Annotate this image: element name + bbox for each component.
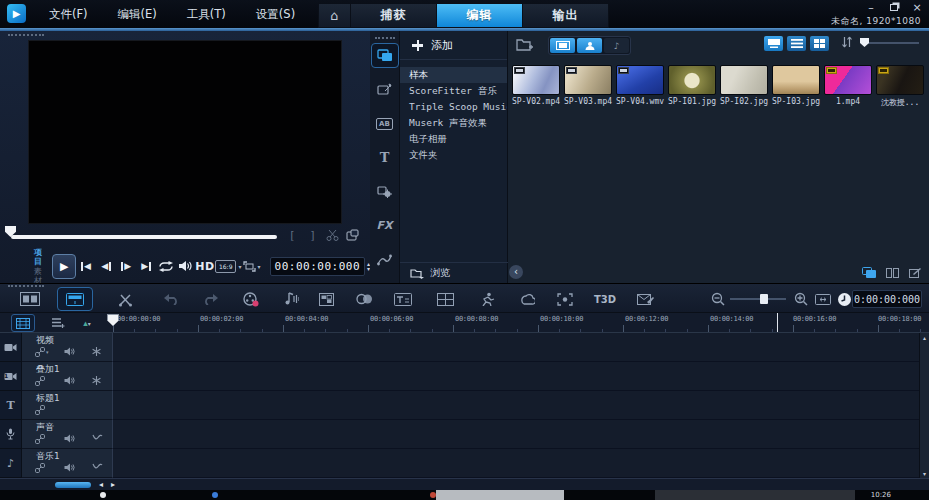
category-samples[interactable]: 样本: [400, 67, 507, 83]
time-ruler[interactable]: 00:00:00:00 00:00:02:00 00:00:04:00 00:0…: [113, 313, 929, 332]
toolbar-drag-handle[interactable]: [8, 285, 44, 287]
zoom-out-button[interactable]: [705, 288, 731, 310]
split-clip-icon[interactable]: [326, 228, 339, 242]
media-library-button[interactable]: [372, 44, 398, 67]
tab-edit[interactable]: 编辑: [437, 3, 523, 28]
waveform-toggle-icon[interactable]: [92, 463, 103, 470]
restore-button[interactable]: [887, 1, 901, 13]
title-track-lane[interactable]: [113, 391, 929, 420]
add-track-button[interactable]: [47, 315, 69, 331]
menu-file[interactable]: 文件(F): [34, 7, 103, 22]
sound-mixer-button[interactable]: [278, 288, 304, 310]
timeline-zoom-slider[interactable]: [730, 298, 786, 300]
split-screen-template-button[interactable]: [432, 288, 458, 310]
media-item[interactable]: SP-V04.wmv: [615, 65, 665, 108]
hscroll-thumb[interactable]: [55, 482, 91, 488]
ripple-link-icon[interactable]: [35, 434, 45, 444]
title-track-icon[interactable]: T: [0, 391, 22, 420]
enlarge-preview-icon[interactable]: [346, 228, 359, 242]
aspect-ratio-button[interactable]: 16:9 ▾: [215, 254, 242, 278]
transition-button[interactable]: AB: [372, 112, 398, 135]
record-capture-button[interactable]: [238, 288, 264, 310]
filter-photos-button[interactable]: [577, 38, 602, 53]
taskbar-window-thumb[interactable]: [655, 490, 855, 500]
voice-track-icon[interactable]: [0, 420, 22, 449]
chapter-marker-button[interactable]: ▴▾: [76, 315, 98, 331]
minimize-button[interactable]: –: [864, 1, 878, 13]
options-panel-icon[interactable]: [884, 266, 900, 279]
go-end-button[interactable]: ▶: [136, 254, 156, 278]
ripple-link-icon[interactable]: [35, 405, 45, 415]
vertical-scrollbar[interactable]: ▴ ▾: [919, 333, 929, 478]
next-frame-button[interactable]: ▶: [116, 254, 136, 278]
grid-view-button[interactable]: [810, 36, 829, 51]
category-folder[interactable]: 文件夹: [400, 147, 507, 163]
media-item[interactable]: 沈教授...: [875, 65, 925, 108]
hd-preview-button[interactable]: HD: [195, 254, 215, 278]
painting-creator-button[interactable]: [313, 288, 339, 310]
track-mute-icon[interactable]: [64, 434, 75, 443]
motion-path-button[interactable]: [372, 248, 398, 271]
browse-button[interactable]: 浏览: [400, 262, 508, 283]
add-category-button[interactable]: 添加: [400, 31, 507, 60]
track-mute-icon[interactable]: [64, 463, 75, 472]
home-tab[interactable]: ⌂: [318, 3, 351, 28]
ripple-link-icon[interactable]: [35, 463, 45, 473]
category-photo-album[interactable]: 电子相册: [400, 131, 507, 147]
title-button[interactable]: T: [372, 146, 398, 169]
category-scorefitter[interactable]: ScoreFitter 音乐: [400, 83, 507, 99]
undo-button[interactable]: [158, 288, 184, 310]
prev-frame-button[interactable]: ◀: [96, 254, 116, 278]
preview-timecode[interactable]: 00:00:00:000: [270, 257, 365, 276]
library-panel-toggle-icon[interactable]: [861, 266, 877, 279]
music-track-lane[interactable]: [113, 449, 929, 478]
motion-tracking-button[interactable]: [474, 288, 500, 310]
menu-edit[interactable]: 编辑(E): [103, 7, 172, 22]
waveform-toggle-icon[interactable]: [92, 434, 103, 441]
video-track-lane[interactable]: [113, 333, 929, 362]
go-start-button[interactable]: ◀: [76, 254, 96, 278]
overlay-track-icon[interactable]: 1: [0, 362, 22, 391]
taskbar-app-icon[interactable]: [212, 492, 218, 498]
storyboard-view-button[interactable]: [17, 288, 43, 310]
instant-project-button[interactable]: [372, 78, 398, 101]
zoom-slider-thumb[interactable]: [760, 294, 768, 304]
track-manager-button[interactable]: [12, 315, 34, 331]
media-item[interactable]: 1.mp4: [823, 65, 873, 108]
taskbar-window-thumb[interactable]: [436, 490, 564, 500]
thumbnail-view-button[interactable]: [764, 36, 783, 51]
mark-out-button[interactable]: ]: [306, 228, 319, 242]
sort-icon[interactable]: [841, 36, 853, 48]
collapse-panel-button[interactable]: ‹: [509, 265, 523, 279]
3d-title-button[interactable]: T3D: [592, 288, 618, 310]
color-grading-button[interactable]: [351, 288, 377, 310]
edit-pencil-icon[interactable]: [907, 266, 923, 279]
slider-thumb[interactable]: [860, 38, 869, 47]
thumbnail-size-slider[interactable]: [861, 42, 919, 44]
menu-settings[interactable]: 设置(S): [241, 7, 310, 22]
repeat-button[interactable]: [156, 254, 176, 278]
voice-track-lane[interactable]: [113, 420, 929, 449]
timeline-view-button[interactable]: [58, 288, 92, 310]
panel-drag-handle[interactable]: [8, 34, 44, 36]
scroll-down-icon[interactable]: ▾: [923, 470, 926, 477]
track-header[interactable]: 音乐1: [22, 449, 113, 478]
fastflick-button[interactable]: [632, 288, 658, 310]
subtitle-editor-button[interactable]: [390, 288, 416, 310]
music-track-icon[interactable]: ♪: [0, 449, 22, 478]
tab-share[interactable]: 输出: [523, 3, 609, 28]
list-view-button[interactable]: [787, 36, 806, 51]
media-item[interactable]: SP-V02.mp4: [511, 65, 561, 108]
media-item[interactable]: SP-I02.jpg: [719, 65, 769, 108]
mode-project[interactable]: 项目: [34, 248, 46, 266]
scroll-up-icon[interactable]: ▴: [923, 334, 926, 341]
tab-capture[interactable]: 捕获: [351, 3, 437, 28]
media-item[interactable]: SP-I01.jpg: [667, 65, 717, 108]
rail-drag-handle[interactable]: [375, 37, 395, 39]
close-button[interactable]: ×: [910, 1, 924, 13]
redo-button[interactable]: [198, 288, 224, 310]
overlay-track-lane[interactable]: [113, 362, 929, 391]
customize-motion-button[interactable]: [514, 288, 540, 310]
graphic-button[interactable]: [372, 180, 398, 203]
track-header[interactable]: 视频 ▾: [22, 333, 113, 362]
